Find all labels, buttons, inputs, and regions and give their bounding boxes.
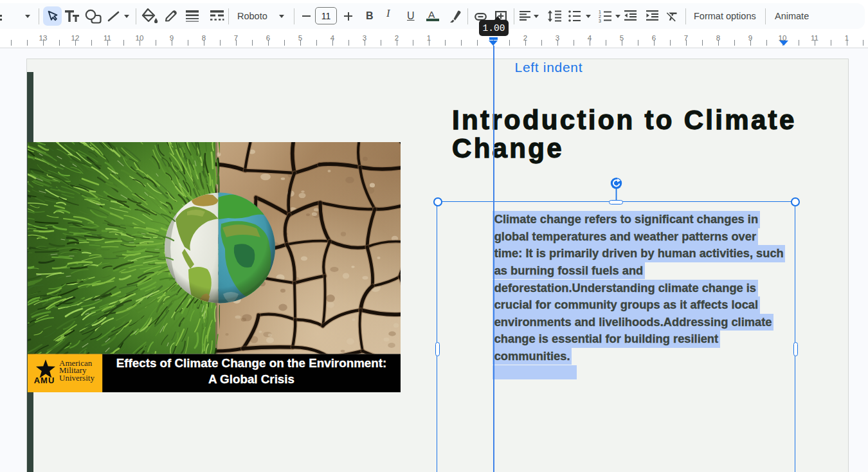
svg-text:1: 1 bbox=[599, 10, 601, 14]
svg-text:3: 3 bbox=[599, 19, 601, 23]
svg-text:2: 2 bbox=[599, 14, 601, 19]
